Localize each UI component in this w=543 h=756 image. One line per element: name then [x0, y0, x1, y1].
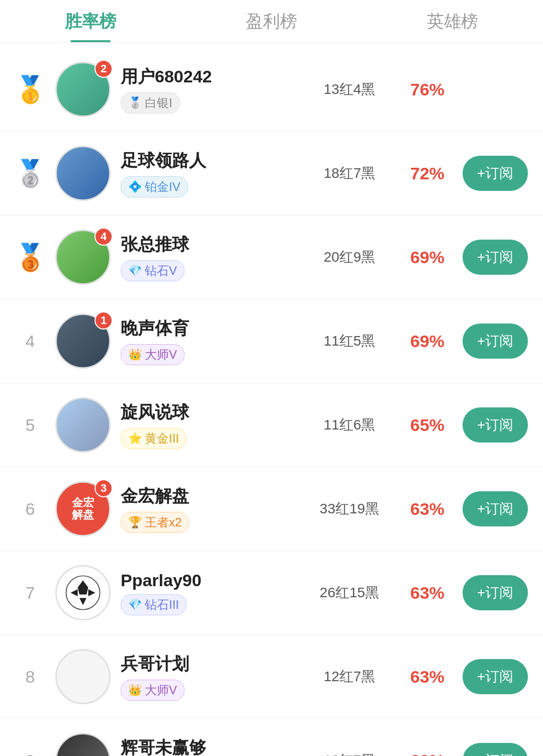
subscribe-button[interactable]: +订阅 — [463, 240, 528, 275]
stat-percentage: 65% — [402, 415, 452, 435]
subscribe-button[interactable]: +订阅 — [463, 491, 528, 526]
user-info: 辉哥未赢够 💎 钻石I — [121, 736, 297, 756]
user-name: 用户680242 — [121, 65, 297, 88]
soccer-ball-icon — [65, 575, 101, 610]
user-level: 🥈 白银I — [121, 92, 180, 114]
user-level: 🏆 王者x2 — [121, 512, 189, 533]
tab-hero[interactable]: 英雄榜 — [362, 10, 543, 42]
rank-number: 6 — [15, 499, 45, 519]
medal-gold-icon: 🥇 — [16, 72, 45, 106]
avatar-container: 2 — [55, 62, 111, 117]
subscribe-button[interactable]: +订阅 — [463, 156, 528, 191]
user-name: 旋风说球 — [121, 401, 297, 424]
avatar-container: 金宏解盘 3 — [55, 481, 111, 536]
stat-percentage: 63% — [402, 667, 452, 687]
level-icon: 👑 — [128, 684, 142, 697]
rank-medal: 🥉 — [15, 240, 45, 274]
stat-percentage: 69% — [402, 332, 452, 351]
stat-percentage: 63% — [402, 751, 452, 757]
user-level: 👑 大师V — [121, 344, 185, 365]
subscribe-button[interactable]: +订阅 — [463, 659, 528, 694]
user-level: 💎 钻石V — [121, 260, 185, 281]
rank-number: 8 — [15, 667, 45, 687]
list-item: 4 1 晚声体育 👑 大师V 11红5黑 69% +订阅 — [0, 299, 543, 383]
badge-count: 4 — [95, 228, 113, 246]
stat-percentage: 63% — [402, 583, 452, 603]
avatar[interactable] — [55, 397, 111, 453]
rank-number: 4 — [15, 332, 45, 351]
badge-count: 1 — [95, 311, 113, 330]
user-info: 晚声体育 👑 大师V — [121, 317, 297, 365]
user-level: 👑 大师V — [121, 680, 185, 701]
avatar-container — [55, 397, 111, 453]
list-item: 8 兵哥计划 👑 大师V 12红7黑 63% +订阅 — [0, 635, 543, 719]
level-icon: 👑 — [128, 348, 142, 361]
avatar-container — [55, 146, 111, 201]
user-name: 足球领路人 — [121, 149, 297, 172]
avatar-label: 金宏解盘 — [72, 497, 94, 521]
rank-medal: 🥈 — [15, 156, 45, 190]
user-name: 张总推球 — [121, 233, 297, 256]
stat-record: 13红4黑 — [307, 80, 392, 99]
list-item: 🥇 2 用户680242 🥈 白银I 13红4黑 76% — [0, 48, 543, 132]
list-item: 5 旋风说球 ⭐ 黄金III 11红6黑 65% +订阅 — [0, 383, 543, 467]
avatar[interactable] — [55, 146, 111, 201]
rank-number: 7 — [15, 583, 45, 603]
rank-number: 9 — [15, 751, 45, 757]
user-name: 晚声体育 — [121, 317, 297, 340]
medal-silver-icon: 🥈 — [16, 156, 45, 190]
user-info: 足球领路人 💠 铂金IV — [121, 149, 297, 197]
avatar[interactable] — [55, 565, 111, 620]
medal-bronze-icon: 🥉 — [16, 240, 45, 274]
tab-bar: 胜率榜 盈利榜 英雄榜 — [0, 0, 543, 43]
stat-percentage: 72% — [402, 164, 452, 183]
avatar-container — [55, 565, 111, 620]
stat-record: 33红19黑 — [307, 499, 392, 518]
user-info: Pparlay90 💎 钻石III — [121, 571, 297, 615]
rank-medal: 🥇 — [15, 72, 45, 106]
list-item: 9 辉哥未赢够 💎 钻石I 12红7黑 63% +订阅 — [0, 719, 543, 756]
avatar[interactable] — [55, 733, 111, 756]
stat-percentage: 76% — [402, 80, 452, 99]
stat-record: 20红9黑 — [307, 248, 392, 267]
avatar-container: 4 — [55, 230, 111, 285]
level-icon: 💎 — [128, 598, 142, 611]
level-icon: 💎 — [128, 264, 142, 277]
level-icon: 🥈 — [128, 96, 142, 110]
tab-win-rate[interactable]: 胜率榜 — [0, 10, 181, 42]
user-name: 兵哥计划 — [121, 653, 297, 676]
stat-percentage: 63% — [402, 499, 452, 519]
stat-record: 11红6黑 — [307, 415, 392, 435]
level-icon: ⭐ — [128, 432, 142, 445]
level-icon: 🏆 — [128, 516, 142, 529]
user-level: 💠 铂金IV — [121, 176, 188, 197]
user-info: 兵哥计划 👑 大师V — [121, 653, 297, 701]
stat-record: 12红7黑 — [307, 667, 392, 686]
stat-record: 26红15黑 — [307, 583, 392, 602]
subscribe-button[interactable]: +订阅 — [463, 407, 528, 443]
badge-count: 3 — [95, 479, 113, 497]
user-info: 用户680242 🥈 白银I — [121, 65, 297, 114]
user-name: Pparlay90 — [121, 571, 297, 590]
avatar-container — [55, 649, 111, 704]
subscribe-button[interactable]: +订阅 — [463, 743, 528, 756]
avatar[interactable] — [55, 649, 111, 704]
avatar-container: 1 — [55, 313, 111, 369]
subscribe-button[interactable]: +订阅 — [463, 323, 528, 359]
user-level: 💎 钻石III — [121, 594, 187, 615]
subscribe-button[interactable]: +订阅 — [463, 575, 528, 610]
tab-profit[interactable]: 盈利榜 — [181, 10, 362, 42]
rank-number: 5 — [15, 415, 45, 435]
stat-record: 18红7黑 — [307, 164, 392, 183]
user-info: 金宏解盘 🏆 王者x2 — [121, 485, 297, 533]
user-name: 辉哥未赢够 — [121, 736, 297, 756]
stat-record: 11红5黑 — [307, 332, 392, 351]
user-info: 旋风说球 ⭐ 黄金III — [121, 401, 297, 449]
stat-record: 12红7黑 — [307, 751, 392, 756]
leaderboard-list: 🥇 2 用户680242 🥈 白银I 13红4黑 76% 🥈 足球领路人 — [0, 48, 543, 756]
user-name: 金宏解盘 — [121, 485, 297, 508]
stat-percentage: 69% — [402, 248, 452, 267]
badge-count: 2 — [95, 60, 113, 78]
user-info: 张总推球 💎 钻石V — [121, 233, 297, 281]
list-item: 7 Pparlay90 💎 钻石III 26红15黑 63% +订阅 — [0, 551, 543, 635]
